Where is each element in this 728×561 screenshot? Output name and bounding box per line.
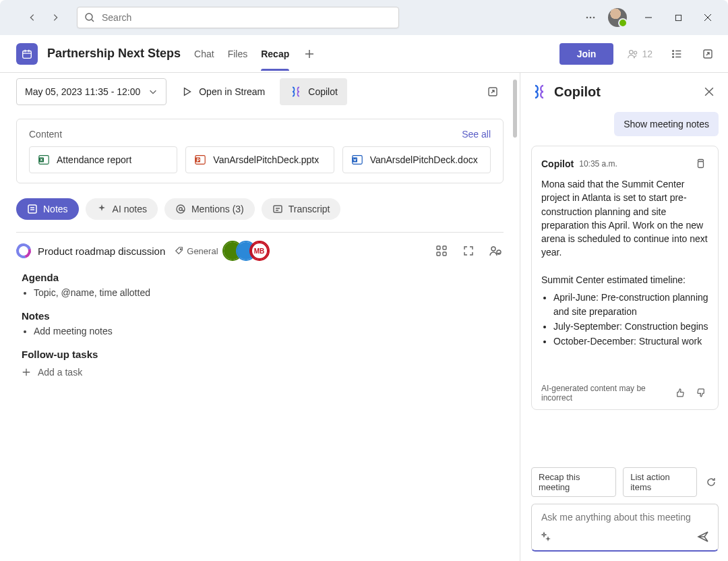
popout-recap-button[interactable] — [482, 81, 504, 102]
maximize-button[interactable] — [663, 3, 693, 32]
date-range-dropdown[interactable]: May 05, 2023 11:35 - 12:00 — [16, 78, 166, 105]
thumbs-up-button[interactable] — [672, 386, 687, 401]
participants-count: 12 — [642, 49, 653, 59]
copy-icon — [695, 158, 706, 169]
pill-mentions[interactable]: Mentions (3) — [164, 198, 255, 220]
facepile[interactable]: MB — [228, 242, 268, 260]
tab-files[interactable]: Files — [228, 38, 248, 70]
ai-disclaimer: AI-generated content may be incorrect — [541, 384, 665, 403]
timeline-item: July-September: Construction begins — [553, 320, 708, 333]
suggestion-recap[interactable]: Recap this meeting — [531, 467, 616, 497]
scrollbar[interactable] — [513, 80, 517, 138]
copilot-message: Copilot 10:35 a.m. Mona said that the Su… — [531, 146, 719, 410]
copilot-toggle-label: Copilot — [308, 86, 338, 97]
chevron-left-icon — [28, 13, 37, 22]
svg-point-7 — [634, 51, 637, 54]
copilot-suggestions: Recap this meeting List action items — [531, 467, 719, 497]
forward-button[interactable] — [44, 7, 66, 28]
file-list: Attendance report VanArsdelPitchDeck.ppt… — [29, 146, 491, 173]
see-all-link[interactable]: See all — [462, 129, 491, 140]
notes-item[interactable]: Add meeting notes — [34, 326, 504, 336]
svg-point-10 — [673, 56, 674, 57]
join-button[interactable]: Join — [559, 43, 614, 65]
agenda-list[interactable]: Topic, @name, time allotted — [22, 287, 504, 298]
close-icon — [704, 87, 714, 96]
pill-notes[interactable]: Notes — [16, 198, 79, 220]
agenda-heading: Agenda — [22, 272, 504, 283]
svg-rect-25 — [443, 246, 446, 249]
people-icon — [627, 48, 639, 60]
refresh-icon — [706, 477, 717, 488]
back-button[interactable] — [22, 7, 43, 28]
apps-button[interactable] — [433, 243, 450, 259]
copilot-input[interactable] — [540, 511, 710, 523]
notes-icon — [27, 204, 38, 214]
copilot-title: Copilot — [554, 84, 601, 100]
timeline-heading: Summit Center estimated timeline: — [541, 274, 686, 285]
refresh-suggestions-button[interactable] — [704, 474, 719, 490]
notes-header-row: Product roadmap discussion General MB — [16, 242, 504, 260]
tasks-button[interactable] — [666, 43, 688, 65]
tab-recap[interactable]: Recap — [261, 38, 289, 70]
participants-button[interactable]: 12 — [623, 48, 657, 60]
add-tab-button[interactable] — [299, 43, 320, 65]
copy-message-button[interactable] — [692, 156, 708, 172]
tag-label: General — [187, 246, 218, 256]
meeting-icon — [16, 43, 38, 65]
suggestion-action-items[interactable]: List action items — [623, 467, 696, 497]
svg-point-20 — [177, 205, 185, 213]
file-attendance-report[interactable]: Attendance report — [29, 146, 177, 173]
chevron-right-icon — [51, 13, 60, 22]
close-window-button[interactable] — [693, 3, 723, 32]
content-heading: Content — [29, 129, 62, 140]
open-in-stream-button[interactable]: Open in Stream — [175, 78, 272, 105]
thumbs-down-button[interactable] — [694, 386, 708, 401]
fullscreen-button[interactable] — [460, 243, 477, 259]
followup-heading: Follow-up tasks — [22, 349, 504, 360]
file-name: VanArsdelPitchDeck.pptx — [213, 154, 319, 165]
recap-filter-pills: Notes AI notes Mentions (3) Transcript — [16, 198, 504, 220]
copilot-icon — [531, 84, 547, 100]
stream-icon — [181, 86, 193, 98]
open-in-stream-label: Open in Stream — [199, 86, 265, 97]
current-user-avatar[interactable] — [608, 8, 627, 27]
popout-icon — [702, 49, 713, 59]
copilot-input-box[interactable] — [531, 504, 719, 552]
svg-point-1 — [586, 17, 588, 19]
tag-general[interactable]: General — [175, 246, 218, 256]
plus-icon — [22, 367, 31, 377]
agenda-item[interactable]: Topic, @name, time allotted — [34, 287, 504, 298]
send-button[interactable] — [696, 530, 710, 543]
app-header: Partnership Next Steps Chat Files Recap … — [0, 35, 728, 73]
calendar-icon — [21, 48, 33, 60]
transcript-icon — [272, 204, 283, 214]
svg-point-2 — [590, 17, 592, 19]
more-button[interactable] — [580, 7, 601, 28]
svg-rect-26 — [437, 252, 440, 256]
notes-list[interactable]: Add meeting notes — [22, 326, 504, 336]
pill-notes-label: Notes — [43, 204, 68, 214]
minimize-button[interactable] — [634, 3, 663, 32]
copilot-toggle-button[interactable]: Copilot — [280, 78, 347, 105]
tab-chat[interactable]: Chat — [194, 38, 214, 70]
message-time: 10:35 a.m. — [579, 159, 617, 169]
notes-heading: Notes — [22, 310, 504, 322]
svg-rect-5 — [23, 51, 32, 58]
sparkle-icon[interactable] — [540, 531, 551, 542]
body: May 05, 2023 11:35 - 12:00 Open in Strea… — [0, 73, 728, 561]
file-pitchdeck-docx[interactable]: VanArsdelPitchDeck.docx — [342, 146, 491, 173]
copilot-close-button[interactable] — [700, 82, 719, 101]
show-meeting-notes-chip[interactable]: Show meeting notes — [614, 112, 719, 136]
maximize-icon — [675, 14, 682, 22]
search-box[interactable] — [77, 7, 399, 28]
file-pitchdeck-pptx[interactable]: VanArsdelPitchDeck.pptx — [185, 146, 334, 173]
pill-transcript[interactable]: Transcript — [262, 198, 341, 220]
add-task-button[interactable]: Add a task — [22, 367, 504, 378]
message-paragraph: Mona said that the Summit Center project… — [541, 179, 708, 258]
search-icon — [84, 12, 95, 23]
pill-ai-notes[interactable]: AI notes — [86, 198, 158, 220]
svg-rect-19 — [28, 205, 36, 213]
popout-header-button[interactable] — [697, 43, 719, 65]
share-people-button[interactable] — [487, 243, 504, 259]
search-input[interactable] — [100, 11, 392, 24]
